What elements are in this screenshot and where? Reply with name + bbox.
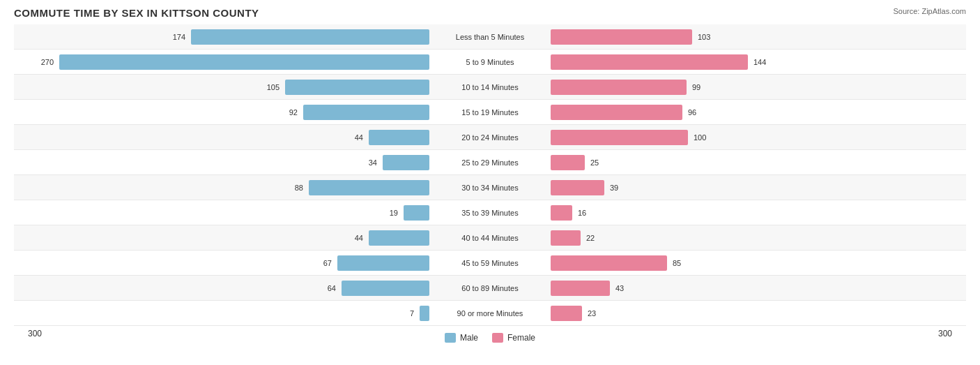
male-bar (59, 54, 429, 70)
left-section: 19 (14, 200, 432, 225)
chart-row: 1935 to 39 Minutes16 (14, 200, 966, 225)
axis-labels: 300 Male Female 300 (14, 329, 966, 343)
row-label: 35 to 39 Minutes (432, 209, 548, 217)
left-section: 44 (14, 225, 432, 250)
row-label: 40 to 44 Minutes (432, 234, 548, 242)
male-value: 44 (355, 133, 366, 142)
axis-right: 300 (938, 329, 952, 343)
left-section: 88 (14, 175, 432, 200)
male-bar (337, 255, 429, 271)
female-value: 96 (685, 108, 696, 117)
female-bar (551, 155, 585, 170)
male-value: 7 (410, 309, 417, 318)
male-bar (342, 281, 429, 296)
right-section: 100 (548, 125, 966, 149)
legend-female: Female (492, 333, 535, 343)
right-section: 96 (548, 100, 966, 124)
female-value: 22 (583, 234, 595, 242)
male-bar (303, 105, 429, 120)
row-label: 90 or more Minutes (432, 309, 548, 318)
female-value: 25 (588, 158, 599, 167)
female-bar (551, 306, 582, 321)
legend-male-label: Male (460, 333, 478, 343)
legend: Male Female (445, 333, 535, 343)
female-bar (551, 230, 581, 246)
male-value: 92 (289, 108, 300, 117)
female-value: 23 (585, 309, 596, 318)
row-label: 25 to 29 Minutes (432, 158, 548, 167)
bars-area: 174Less than 5 Minutes1032705 to 9 Minut… (14, 24, 966, 326)
left-section: 67 (14, 251, 432, 275)
row-label: 20 to 24 Minutes (432, 133, 548, 142)
female-value: 85 (670, 259, 681, 267)
chart-row: 790 or more Minutes23 (14, 301, 966, 326)
right-section: 39 (548, 175, 966, 200)
female-value: 43 (613, 284, 624, 292)
right-section: 25 (548, 150, 966, 174)
male-value: 64 (328, 284, 339, 292)
male-bar (369, 230, 429, 246)
legend-female-box (492, 333, 503, 343)
male-value: 19 (390, 209, 401, 217)
female-bar (551, 54, 748, 70)
chart-row: 3425 to 29 Minutes25 (14, 150, 966, 175)
right-section: 85 (548, 251, 966, 275)
male-bar (420, 306, 429, 321)
female-bar (551, 205, 572, 221)
male-value: 67 (323, 259, 335, 267)
female-value: 100 (691, 133, 706, 142)
male-bar (309, 180, 429, 195)
row-label: 10 to 14 Minutes (432, 83, 548, 91)
female-value: 16 (575, 209, 586, 217)
left-section: 7 (14, 301, 432, 325)
female-value: 103 (695, 33, 710, 41)
male-value: 88 (295, 184, 306, 192)
male-bar (369, 130, 429, 145)
axis-left: 300 (28, 329, 42, 343)
left-section: 174 (14, 24, 432, 49)
right-section: 103 (548, 24, 966, 49)
male-value: 34 (369, 158, 380, 167)
right-section: 23 (548, 301, 966, 325)
legend-female-label: Female (507, 333, 535, 343)
row-label: 5 to 9 Minutes (432, 58, 548, 66)
chart-row: 4440 to 44 Minutes22 (14, 225, 966, 251)
male-bar (285, 80, 429, 95)
right-section: 144 (548, 50, 966, 74)
chart-row: 8830 to 34 Minutes39 (14, 175, 966, 200)
chart-row: 2705 to 9 Minutes144 (14, 50, 966, 75)
female-bar (551, 130, 688, 145)
female-value: 39 (607, 184, 618, 192)
chart-title: COMMUTE TIME BY SEX IN KITTSON COUNTY (14, 7, 966, 19)
female-bar (551, 255, 667, 271)
female-bar (551, 80, 687, 95)
row-label: 60 to 89 Minutes (432, 284, 548, 292)
left-section: 105 (14, 75, 432, 99)
chart-row: 10510 to 14 Minutes99 (14, 75, 966, 100)
female-value: 144 (751, 58, 766, 66)
male-bar (404, 205, 429, 221)
row-label: 45 to 59 Minutes (432, 259, 548, 267)
female-bar (551, 29, 692, 45)
left-section: 44 (14, 125, 432, 149)
chart-row: 9215 to 19 Minutes96 (14, 100, 966, 125)
male-value: 105 (267, 83, 282, 91)
male-value: 270 (41, 58, 56, 66)
male-bar (191, 29, 429, 45)
source-label: Source: ZipAtlas.com (893, 7, 966, 15)
chart-row: 174Less than 5 Minutes103 (14, 24, 966, 50)
left-section: 34 (14, 150, 432, 174)
chart-row: 6460 to 89 Minutes43 (14, 276, 966, 301)
left-section: 92 (14, 100, 432, 124)
legend-male: Male (445, 333, 478, 343)
female-bar (551, 180, 604, 195)
row-label: Less than 5 Minutes (432, 33, 548, 41)
right-section: 16 (548, 200, 966, 225)
legend-male-box (445, 333, 456, 343)
right-section: 22 (548, 225, 966, 250)
right-section: 99 (548, 75, 966, 99)
male-value: 44 (355, 234, 366, 242)
female-bar (551, 281, 610, 296)
chart-row: 6745 to 59 Minutes85 (14, 251, 966, 276)
male-bar (383, 155, 429, 170)
